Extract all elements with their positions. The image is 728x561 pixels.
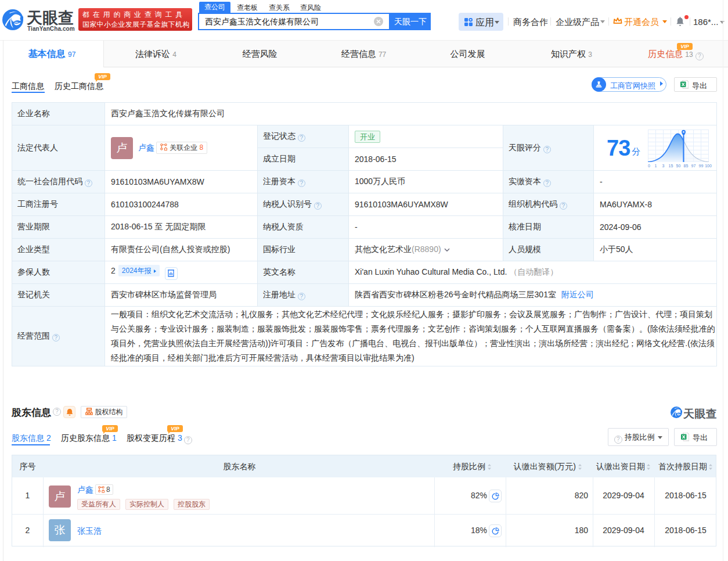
svg-text:0: 0: [648, 164, 650, 168]
svg-text:99: 99: [699, 164, 704, 168]
svg-text:50: 50: [676, 164, 681, 168]
svg-text:97: 97: [691, 164, 696, 168]
svg-text:15: 15: [669, 164, 673, 168]
svg-text:100: 100: [705, 164, 712, 168]
svg-text:3: 3: [662, 164, 665, 168]
svg-text:1: 1: [655, 164, 657, 168]
svg-text:85: 85: [684, 164, 689, 168]
